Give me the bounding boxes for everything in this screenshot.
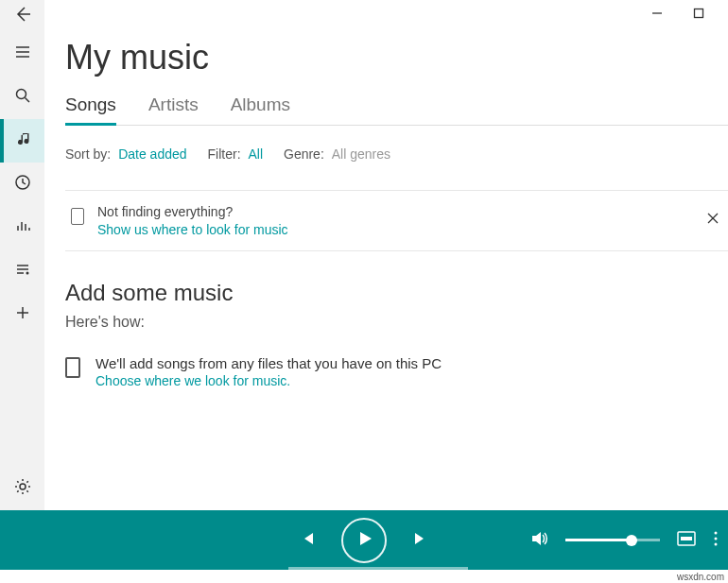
player-bar xyxy=(0,510,728,570)
notice-close-button[interactable] xyxy=(705,212,720,227)
svg-line-6 xyxy=(25,98,29,103)
svg-point-5 xyxy=(16,90,26,99)
sidebar-settings[interactable] xyxy=(0,467,44,510)
now-playing-view-button[interactable] xyxy=(677,531,696,550)
watermark: wsxdn.com xyxy=(677,572,724,582)
svg-rect-22 xyxy=(681,537,692,540)
plus-icon xyxy=(14,304,31,325)
filter-value[interactable]: All xyxy=(248,146,263,162)
next-track-button[interactable] xyxy=(411,529,430,552)
sidebar-back-button[interactable] xyxy=(0,0,44,32)
search-icon xyxy=(14,87,31,108)
previous-icon xyxy=(298,535,317,551)
add-music-subtitle: Here's how: xyxy=(65,314,728,331)
device-icon xyxy=(71,208,84,225)
add-music-text: We'll add songs from any files that you … xyxy=(95,355,442,371)
genre-label: Genre: xyxy=(284,146,324,162)
page-title: My music xyxy=(65,38,728,77)
playlist-icon xyxy=(14,261,31,282)
sidebar-playlists[interactable] xyxy=(0,249,44,293)
clock-icon xyxy=(14,174,31,195)
now-playing-view-icon xyxy=(677,533,696,549)
not-finding-notice: Not finding everything? Show us where to… xyxy=(65,190,728,251)
more-button[interactable] xyxy=(713,530,719,551)
previous-track-button[interactable] xyxy=(298,529,317,552)
sidebar-my-music[interactable] xyxy=(0,119,44,163)
svg-point-23 xyxy=(715,531,718,534)
close-icon xyxy=(707,211,719,228)
svg-point-15 xyxy=(26,272,28,275)
sidebar-hamburger-button[interactable] xyxy=(0,32,44,76)
sidebar-add-playlist[interactable] xyxy=(0,293,44,336)
choose-where-link[interactable]: Choose where we look for music. xyxy=(95,373,442,388)
main-content: My music Songs Artists Albums Sort by: D… xyxy=(44,0,728,510)
add-music-section: Add some music Here's how: We'll add son… xyxy=(65,280,728,388)
add-music-title: Add some music xyxy=(65,280,728,306)
next-icon xyxy=(411,535,430,551)
more-icon xyxy=(713,534,719,550)
tab-songs[interactable]: Songs xyxy=(65,94,116,126)
sidebar-search-button[interactable] xyxy=(0,76,44,119)
sidebar-recent[interactable] xyxy=(0,163,44,206)
tabs-bar: Songs Artists Albums xyxy=(65,94,728,126)
equalizer-icon xyxy=(14,217,31,238)
sidebar xyxy=(0,0,44,510)
sidebar-now-playing[interactable] xyxy=(0,206,44,249)
play-button[interactable] xyxy=(341,518,387,563)
volume-slider[interactable] xyxy=(565,539,660,541)
filter-label: Filter: xyxy=(208,146,241,162)
genre-value[interactable]: All genres xyxy=(332,146,390,162)
svg-point-18 xyxy=(20,484,26,489)
music-note-icon xyxy=(16,130,33,151)
show-us-where-link[interactable]: Show us where to look for music xyxy=(97,222,288,237)
progress-bar[interactable] xyxy=(288,567,468,570)
volume-fill xyxy=(565,539,632,541)
back-arrow-icon xyxy=(14,6,31,26)
volume-button[interactable] xyxy=(529,529,548,552)
tab-albums[interactable]: Albums xyxy=(231,94,290,125)
play-icon xyxy=(355,529,373,552)
sort-by-value[interactable]: Date added xyxy=(118,146,186,162)
pc-icon xyxy=(65,357,80,378)
svg-point-25 xyxy=(715,542,718,545)
volume-thumb[interactable] xyxy=(626,535,637,546)
filter-bar: Sort by: Date added Filter: All Genre: A… xyxy=(65,146,728,162)
speaker-icon xyxy=(529,535,548,551)
notice-text: Not finding everything? xyxy=(97,204,288,219)
sort-by-label: Sort by: xyxy=(65,146,111,162)
tab-artists[interactable]: Artists xyxy=(148,94,199,125)
gear-icon xyxy=(14,478,31,499)
hamburger-icon xyxy=(14,43,31,64)
svg-point-24 xyxy=(715,537,718,540)
